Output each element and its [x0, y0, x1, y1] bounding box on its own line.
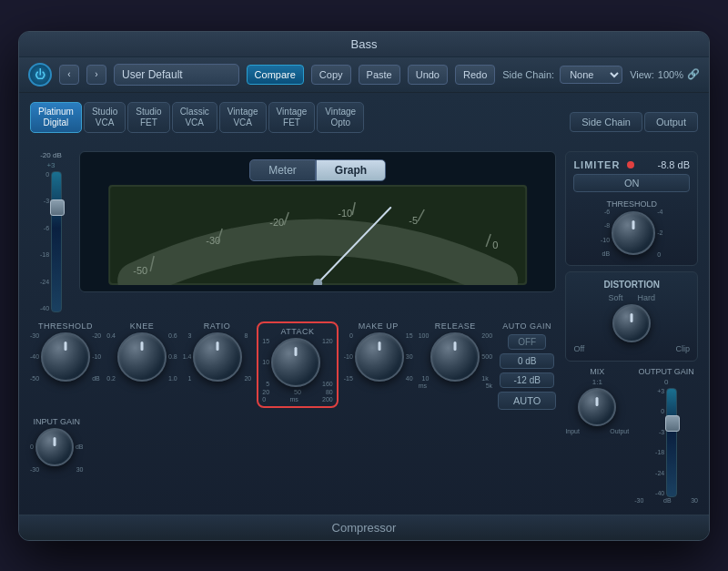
tab-classic-vca[interactable]: Classic VCA [172, 102, 217, 133]
threshold-knob-area: -6 -8 -10 dB -4 -2 0 [573, 209, 690, 258]
soft-hard-row: Soft Hard [573, 293, 690, 302]
clip-label: Clip [675, 344, 690, 353]
limiter-header: LIMITER -8.8 dB [573, 159, 690, 170]
side-chain-label: Side Chain: [502, 69, 554, 80]
mix-group: MIX 1:1 Input Output [565, 367, 629, 504]
main-body: Platinum Digital Studio VCA Studio FET C… [19, 93, 709, 515]
view-value: 100% [658, 69, 683, 80]
preset-tabs: Platinum Digital Studio VCA Studio FET C… [30, 102, 364, 133]
attack-knob-row: 15 10 5 120 160 [262, 338, 332, 387]
soft-label: Soft [608, 293, 622, 302]
tab-vintage-vca[interactable]: Vintage VCA [219, 102, 267, 133]
threshold-label-right: THRESHOLD [573, 199, 690, 209]
graph-tab[interactable]: Graph [316, 159, 386, 181]
attack-bottom-scale: 0 ms 200 [262, 396, 332, 403]
input-gain-scale: 0 -3 -6 -18 -24 -40 [40, 171, 49, 312]
release-group: RELEASE 100 10 200 500 1k [419, 321, 492, 389]
off-label: Off [573, 344, 584, 353]
limiter-status-dot [627, 161, 634, 168]
all-controls: THRESHOLD -30 -40 -50 -20 -10 d [30, 321, 556, 410]
makeup-label: MAKE UP [359, 321, 399, 331]
redo-button[interactable]: Redo [455, 65, 495, 85]
copy-button[interactable]: Copy [311, 65, 351, 85]
bottom-knobs-row: INPUT GAIN 0 dB -30 30 [30, 417, 556, 473]
minus12-db-button[interactable]: -12 dB [500, 372, 554, 388]
tab-vintage-opto[interactable]: Vintage Opto [317, 102, 364, 133]
auto-gain-off-button[interactable]: OFF [508, 334, 546, 350]
input-gain-plus3: +3 [46, 161, 55, 169]
input-gain-section: -20 dB +3 0 -3 -6 -18 -24 -40 [30, 151, 72, 312]
mix-output-row: MIX 1:1 Input Output OUTPUT GAIN 0 [565, 367, 698, 504]
meter-input-row: -20 dB +3 0 -3 -6 -18 -24 -40 [30, 151, 556, 312]
side-chain-dropdown[interactable]: None [560, 66, 622, 84]
limiter-on-button[interactable]: ON [573, 174, 690, 192]
input-gain-thumb [50, 199, 65, 216]
distortion-panel: DISTORTION Soft Hard Off Clip [565, 271, 698, 362]
tab-studio-vca[interactable]: Studio VCA [84, 102, 126, 133]
tab-vintage-fet[interactable]: Vintage FET [268, 102, 316, 133]
svg-text:-20: -20 [269, 217, 284, 228]
output-gain-fader-area: +3 0 -3 -18 -24 -40 [655, 388, 677, 497]
threshold-label: THRESHOLD [38, 321, 93, 331]
limiter-label: LIMITER [573, 159, 620, 170]
power-button[interactable]: ⏻ [28, 63, 52, 87]
threshold-knob-row: -30 -40 -50 -20 -10 dB [30, 332, 101, 382]
mix-ratio: 1:1 [592, 378, 602, 386]
paste-button[interactable]: Paste [359, 65, 400, 85]
threshold-knob[interactable] [41, 332, 90, 382]
left-area: -20 dB +3 0 -3 -6 -18 -24 -40 [30, 151, 556, 504]
side-chain-tab[interactable]: Side Chain [570, 112, 642, 132]
undo-button[interactable]: Undo [408, 65, 448, 85]
tab-studio-fet[interactable]: Studio FET [127, 102, 169, 133]
auto-button[interactable]: AUTO [498, 392, 556, 410]
knee-knob[interactable] [117, 332, 167, 382]
svg-text:-50: -50 [133, 265, 147, 276]
distortion-knob[interactable] [612, 304, 651, 342]
preset-dropdown[interactable]: User Default [114, 64, 239, 86]
auto-gain-group: AUTO GAIN OFF 0 dB -12 dB AUTO [498, 321, 556, 410]
vu-meter-section: Meter Graph -50 -3 [79, 151, 556, 312]
main-content: -20 dB +3 0 -3 -6 -18 -24 -40 [30, 151, 698, 504]
limiter-value: -8.8 dB [658, 159, 690, 170]
output-tab[interactable]: Output [644, 112, 698, 132]
knee-knob-row: 0.4 0.2 0.6 0.8 1.0 [106, 332, 177, 382]
prev-button[interactable]: ‹ [59, 65, 79, 85]
limiter-panel: LIMITER -8.8 dB ON THRESHOLD -6 -8 -10 d… [565, 151, 698, 266]
attack-label: ATTACK [280, 327, 314, 336]
release-knob[interactable] [430, 332, 480, 382]
hard-label: Hard [637, 293, 655, 302]
input-gain-knob-group: INPUT GAIN 0 dB -30 30 [30, 417, 83, 473]
view-label: View: [630, 69, 654, 80]
meter-display: Meter Graph -50 -3 [79, 151, 556, 292]
link-icon[interactable]: 🔗 [687, 68, 700, 80]
input-gain-label-bottom: INPUT GAIN [34, 417, 80, 426]
makeup-knob[interactable] [355, 332, 404, 382]
limiter-threshold-knob[interactable] [612, 211, 655, 255]
input-gain-knob[interactable] [35, 428, 74, 466]
knee-group: KNEE 0.4 0.2 0.6 0.8 1.0 [106, 321, 177, 382]
svg-text:-5: -5 [409, 215, 418, 226]
attack-top-scale: 20 50 80 [262, 389, 332, 395]
zero-db-button[interactable]: 0 dB [500, 353, 554, 369]
release-knob-row: 100 10 200 500 1k [419, 332, 492, 382]
right-panel: LIMITER -8.8 dB ON THRESHOLD -6 -8 -10 d… [565, 151, 698, 504]
ratio-knob[interactable] [193, 332, 242, 382]
input-gain-fader[interactable] [51, 171, 62, 312]
side-chain-output-buttons: Side Chain Output [570, 112, 698, 132]
compare-button[interactable]: Compare [247, 65, 304, 85]
makeup-group: MAKE UP 0 -10 -15 15 30 40 [344, 321, 413, 382]
window-title: Bass [351, 37, 378, 51]
output-gain-thumb [665, 415, 680, 432]
attack-knob[interactable] [271, 338, 320, 387]
ratio-label: RATIO [204, 321, 230, 331]
output-gain-fader[interactable] [666, 388, 677, 497]
svg-text:-10: -10 [338, 208, 352, 219]
tab-platinum-digital[interactable]: Platinum Digital [30, 102, 82, 133]
meter-view-tabs: Meter Graph [80, 152, 555, 185]
mix-knob[interactable] [578, 388, 616, 426]
auto-gain-label: AUTO GAIN [502, 321, 551, 331]
ratio-knob-row: 3 1.4 1 8 20 [183, 332, 252, 382]
vu-meter-svg: -50 -30 -20 -10 -5 0 [80, 185, 555, 285]
meter-tab[interactable]: Meter [249, 159, 316, 181]
next-button[interactable]: › [86, 65, 106, 85]
